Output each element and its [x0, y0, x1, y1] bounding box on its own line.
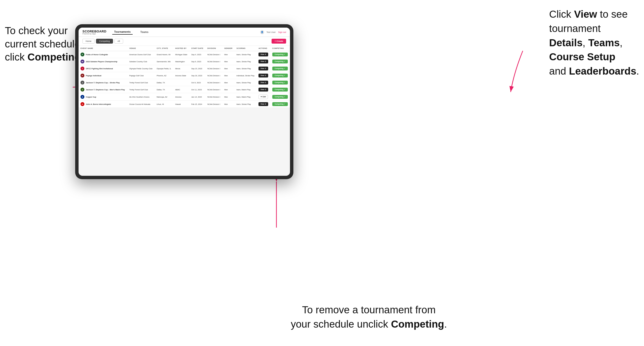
team-logo: I: [80, 67, 84, 70]
city-state-cell: Dallas, TX: [155, 86, 173, 93]
competing-button[interactable]: Competing ✓: [272, 95, 288, 99]
city-state-cell: Lihue, HI: [155, 101, 173, 108]
hosted-by-cell: Arizona State: [173, 72, 189, 79]
city-state-cell: Phoenix, AZ: [155, 72, 173, 79]
col-city-state: City, State: [155, 46, 173, 51]
competing-cell: Competing ✓: [270, 58, 290, 65]
view-button[interactable]: View ⊙: [258, 52, 268, 56]
hosted-by-cell: Washington: [173, 58, 189, 65]
scoreboard-logo: SCOREBOARD Powered by clippi: [82, 30, 106, 35]
annotation-bottom: To remove a tournament fromyour schedule…: [291, 303, 447, 332]
team-logo: P: [80, 74, 84, 77]
city-state-cell: Grand Haven, MI: [155, 51, 173, 58]
competing-button[interactable]: Competing ✓: [272, 74, 288, 77]
nav-teams[interactable]: Teams: [138, 30, 150, 34]
col-division: Division: [205, 46, 222, 51]
venue-cell: American Dunes Golf Club: [127, 51, 155, 58]
tablet-device: SCOREBOARD Powered by clippi Tournaments…: [75, 24, 294, 179]
user-text: Test User: [266, 31, 276, 33]
col-scoring: Scoring: [234, 46, 256, 51]
edit-button[interactable]: ✏ Edit: [258, 95, 268, 99]
team-logo: F: [80, 52, 84, 56]
filter-competing-button[interactable]: Competing: [96, 39, 113, 44]
city-state-cell: Dallas, TX: [155, 79, 173, 86]
competing-cell: Competing ✓: [270, 86, 290, 93]
nav-tournaments[interactable]: Tournaments: [112, 29, 133, 35]
event-name: Folds of Honor Collegiate: [86, 53, 108, 56]
event-name: Jackson T. Stephens Cup – Men's Match Pl…: [86, 89, 125, 91]
scoring-cell: team, Stroke Play: [234, 79, 256, 86]
start-date-cell: Oct 9, 2023: [189, 79, 205, 86]
competing-button[interactable]: Competing ✓: [272, 81, 288, 84]
gender-cell: Men: [222, 51, 234, 58]
event-name-cell: P Papago Individual: [78, 72, 127, 79]
gender-cell: Men: [222, 58, 234, 65]
filter-all-button[interactable]: All: [114, 39, 123, 44]
competing-button[interactable]: Competing ✓: [272, 60, 288, 63]
division-cell: NCAA Division I: [205, 72, 222, 79]
hosted-by-cell: Hawaii: [173, 101, 189, 108]
view-button[interactable]: View ⊙: [258, 102, 268, 106]
team-logo: A: [80, 95, 84, 99]
team-logo: J: [80, 81, 84, 84]
competing-button[interactable]: Competing ✓: [272, 52, 288, 56]
event-name-cell: W 2023 Sahalee Players Championship: [78, 58, 127, 65]
division-cell: NCAA Division I: [205, 101, 222, 108]
start-date-cell: Sep 15, 2023: [189, 65, 205, 72]
division-cell: NCAA Division I: [205, 79, 222, 86]
competing-button[interactable]: Competing ✓: [272, 67, 288, 70]
annotation-left-competing: Competing: [28, 51, 80, 63]
filter-home-button[interactable]: Home: [82, 39, 94, 44]
tournaments-table-container: Event Name Venue City, State Hosted By S…: [78, 46, 290, 108]
team-logo: H: [80, 102, 84, 106]
competing-button[interactable]: Competing ✓: [272, 102, 288, 106]
venue-cell: Ocean Course At Hokuala: [127, 101, 155, 108]
division-cell: NCAA Division I: [205, 93, 222, 101]
signout-link[interactable]: Sign out: [278, 31, 286, 33]
scoring-cell: team, Match Play: [234, 86, 256, 93]
col-event-name: Event Name: [78, 46, 127, 51]
view-button[interactable]: View ⊙: [258, 88, 268, 92]
actions-cell: View ⊙: [256, 51, 270, 58]
tablet-screen: SCOREBOARD Powered by clippi Tournaments…: [78, 28, 290, 176]
hosted-by-cell: ABAC: [173, 86, 189, 93]
event-name-cell: A Copper Cup: [78, 93, 127, 101]
event-name: Jackson T. Stephens Cup – Stroke Play: [86, 82, 120, 84]
table-row: P Papago Individual Papago Golf ClubPhoe…: [78, 72, 290, 79]
annotation-right-top: Click View to seetournamentDetails, Team…: [549, 7, 639, 78]
team-logo: W: [80, 60, 84, 63]
app-header: SCOREBOARD Powered by clippi Tournaments…: [78, 28, 290, 37]
view-button[interactable]: View ⊙: [258, 67, 268, 70]
col-start-date: Start Date: [189, 46, 205, 51]
venue-cell: Trinity Forest Golf Club: [127, 79, 155, 86]
competing-button[interactable]: Competing ✓: [272, 88, 288, 92]
event-name: 2023 Sahalee Players Championship: [86, 60, 117, 63]
view-button[interactable]: View ⊙: [258, 60, 268, 63]
start-date-cell: Sep 4, 2023: [189, 51, 205, 58]
view-button[interactable]: View ⊙: [258, 74, 268, 77]
actions-cell: View ⊙: [256, 101, 270, 108]
start-date-cell: Sep 18, 2023: [189, 72, 205, 79]
venue-cell: Trinity Forest Golf Club: [127, 86, 155, 93]
gender-cell: Men: [222, 93, 234, 101]
venue-cell: Sahalee Country Club: [127, 58, 155, 65]
competing-cell: Competing ✓: [270, 101, 290, 108]
create-button[interactable]: + Create: [272, 39, 286, 44]
scoring-cell: team, Stroke Play: [234, 101, 256, 108]
table-row: A Copper Cup Ak-Chin Southern DunesMaric…: [78, 93, 290, 101]
scoring-cell: team, Stroke Play: [234, 51, 256, 58]
view-button[interactable]: View ⊙: [258, 81, 268, 84]
event-name-cell: H John A. Burns Intercollegiate: [78, 101, 127, 108]
user-icon: 👤: [260, 30, 264, 34]
arrow-bottom-competing: [267, 177, 286, 230]
start-date-cell: Oct 11, 2023: [189, 86, 205, 93]
col-hosted-by: Hosted By: [173, 46, 189, 51]
table-row: H John A. Burns Intercollegiate Ocean Co…: [78, 101, 290, 108]
team-logo: J: [80, 88, 84, 92]
arrow-right-top: [503, 48, 542, 97]
event-name-cell: F Folds of Honor Collegiate: [78, 51, 127, 58]
city-state-cell: Sammamish, WA: [155, 58, 173, 65]
tournaments-table: Event Name Venue City, State Hosted By S…: [78, 46, 290, 108]
event-name: John A. Burns Intercollegiate: [86, 103, 111, 105]
filter-bar: Home Competing All + Create: [78, 37, 290, 46]
